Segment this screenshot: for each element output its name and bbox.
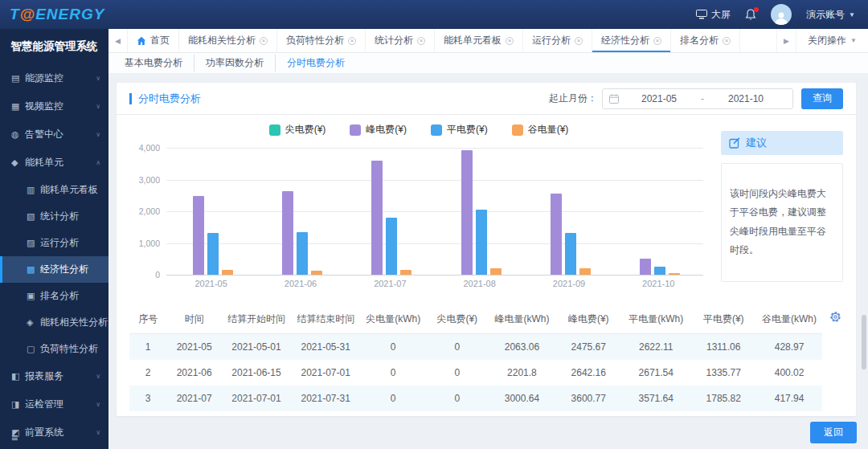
legend-item[interactable]: 尖电费(¥) <box>269 123 326 137</box>
tab-排名分析[interactable]: 排名分析× <box>671 29 740 52</box>
sidebar-item[interactable]: ◧报表服务∨ <box>0 362 108 390</box>
tab-能耗单元看板[interactable]: 能耗单元看板× <box>435 29 523 52</box>
sidebar-item[interactable]: ◍告警中心∨ <box>0 120 108 149</box>
table-settings-gear-icon[interactable] <box>829 311 841 323</box>
tab-close-icon[interactable]: × <box>723 37 731 45</box>
table-header: 尖电量(kWh) <box>360 305 426 334</box>
subtab-功率因数分析[interactable]: 功率因数分析 <box>194 55 275 71</box>
table-cell: 2021-07 <box>166 386 222 411</box>
sidebar-item[interactable]: ▧统计分析 <box>0 203 108 230</box>
energy-monitor-icon: ▤ <box>11 73 25 84</box>
sidebar-item-label: 能耗单元 <box>25 156 63 169</box>
date-start-value[interactable]: 2021-05 <box>619 93 699 104</box>
table-row[interactable]: 12021-052021-05-012021-05-31002063.06247… <box>129 334 822 361</box>
close-operations-menu[interactable]: 关闭操作 ▼ <box>796 29 868 52</box>
tab-close-icon[interactable]: × <box>575 37 583 45</box>
sidebar-item[interactable]: ▤能源监控∨ <box>0 64 108 92</box>
tab-label: 排名分析 <box>680 34 719 47</box>
back-button[interactable]: 返回 <box>810 422 857 443</box>
tab-home[interactable]: 首页 <box>128 29 179 52</box>
sidebar-item[interactable]: ▦视频监控∨ <box>0 92 108 120</box>
sidebar-menu: ▤能源监控∨▦视频监控∨◍告警中心∨◆能耗单元∧▥能耗单元看板▧统计分析▨运行分… <box>0 64 108 449</box>
sidebar-item[interactable]: ▢负荷特性分析 <box>0 336 108 362</box>
edit-icon <box>729 137 740 149</box>
tabbar: ◀ 首页 能耗相关性分析×负荷特性分析×统计分析×能耗单元看板×运行分析×经济性… <box>108 29 868 53</box>
table-cell: 0 <box>360 386 426 411</box>
report-service-icon: ◧ <box>11 371 25 382</box>
tabs-scroll-left-icon[interactable]: ◀ <box>108 29 128 52</box>
table-header: 谷电量(kWh) <box>756 305 822 334</box>
sidebar-item[interactable]: ◨运检管理∨ <box>0 390 108 418</box>
tab-label: 能耗相关性分析 <box>188 34 256 47</box>
statistics-icon: ▧ <box>27 211 40 222</box>
sidebar-item[interactable]: ▨运行分析 <box>0 230 108 256</box>
big-screen-button[interactable]: 大屏 <box>696 8 731 22</box>
table-cell: 2201.8 <box>488 360 555 386</box>
table-cell: 2021-08 <box>166 411 222 416</box>
tab-能耗相关性分析[interactable]: 能耗相关性分析× <box>179 29 277 52</box>
avatar[interactable] <box>771 4 792 25</box>
x-axis-label: 2021-08 <box>435 279 524 288</box>
sidebar-item[interactable]: ◆能耗单元∧ <box>0 149 108 177</box>
chevron-down-icon: ∨ <box>96 103 100 110</box>
sidebar-item[interactable]: ▣排名分析 <box>0 283 108 309</box>
chevron-down-icon: ∨ <box>96 373 100 380</box>
alarm-center-icon: ◍ <box>11 129 25 140</box>
tab-close-icon[interactable]: × <box>653 37 661 45</box>
tab-运行分析[interactable]: 运行分析× <box>523 29 592 52</box>
tab-close-icon[interactable]: × <box>417 37 425 45</box>
sidebar: 智慧能源管理系统 ▤能源监控∨▦视频监控∨◍告警中心∨◆能耗单元∧▥能耗单元看板… <box>0 29 108 449</box>
notification-badge <box>754 7 759 12</box>
menu-collapse-icon[interactable]: ≡ <box>11 431 18 444</box>
table-header: 时间 <box>166 305 222 334</box>
table-row[interactable]: 42021-082021-08-012021-08-31003275.53393… <box>129 411 822 416</box>
tab-close-icon[interactable]: × <box>506 37 514 45</box>
tabs-scroll-right-icon[interactable]: ▶ <box>776 29 796 52</box>
subtab-基本电费分析[interactable]: 基本电费分析 <box>113 55 194 71</box>
table-header: 序号 <box>129 305 166 334</box>
account-menu[interactable]: 演示账号 ▼ <box>806 8 855 22</box>
table-row[interactable]: 22021-062021-06-152021-07-01002201.82642… <box>129 360 822 386</box>
table-cell: 1785.82 <box>690 386 756 411</box>
x-axis-label: 2021-09 <box>524 279 613 288</box>
sidebar-item[interactable]: ◈能耗相关性分析 <box>0 309 108 336</box>
legend-item[interactable]: 谷电量(¥) <box>512 123 569 137</box>
data-table: 序号时间结算开始时间结算结束时间尖电量(kWh)尖电费(¥)峰电量(kWh)峰电… <box>129 305 822 416</box>
suggestion-title: 建议 <box>746 136 767 150</box>
legend-swatch <box>350 124 361 136</box>
sidebar-item[interactable]: ▥能耗单元看板 <box>0 177 108 203</box>
tab-close-icon[interactable]: × <box>260 37 268 45</box>
bar-groups: 2021-052021-062021-072021-082021-092021-… <box>166 148 703 275</box>
bar-group: 2021-08 <box>435 148 524 275</box>
correlation-icon: ◈ <box>27 317 40 328</box>
bar-group: 2021-07 <box>346 148 435 275</box>
notifications-button[interactable] <box>745 9 756 21</box>
table-cell: 428.97 <box>756 334 822 361</box>
operation-icon: ▨ <box>27 238 40 248</box>
page-scrollbar[interactable] <box>862 315 866 369</box>
tab-负荷特性分析[interactable]: 负荷特性分析× <box>277 29 366 52</box>
sidebar-item[interactable]: ▩经济性分析 <box>0 256 108 283</box>
tab-close-icon[interactable]: × <box>348 37 356 45</box>
bar <box>654 267 665 275</box>
table-row[interactable]: 32021-072021-07-012021-07-31003000.64360… <box>129 386 822 411</box>
tab-统计分析[interactable]: 统计分析× <box>366 29 435 52</box>
table-cell: 2047.56 <box>690 411 756 416</box>
y-axis-tick: 0 <box>155 270 160 280</box>
chevron-up-icon: ∧ <box>96 159 100 166</box>
table-cell: 0 <box>426 360 488 386</box>
table-header: 峰电费(¥) <box>555 305 621 334</box>
query-button[interactable]: 查询 <box>801 88 843 109</box>
bar <box>371 161 383 275</box>
bar <box>461 150 473 275</box>
chevron-down-icon: ▼ <box>850 37 857 44</box>
table-cell: 2021-08-31 <box>291 411 360 416</box>
legend-item[interactable]: 峰电费(¥) <box>350 123 407 137</box>
legend-item[interactable]: 平电费(¥) <box>431 123 488 137</box>
tab-经济性分析[interactable]: 经济性分析× <box>592 29 671 52</box>
suggestion-panel: 建议 该时间段内尖峰电费大于平谷电费，建议调整尖峰时段用电量至平谷时段。 <box>721 131 843 294</box>
data-table-wrap: 序号时间结算开始时间结算结束时间尖电量(kWh)尖电费(¥)峰电量(kWh)峰电… <box>129 305 843 416</box>
date-range-input[interactable]: 2021-05 - 2021-10 <box>602 88 793 109</box>
date-end-value[interactable]: 2021-10 <box>706 93 786 104</box>
subtab-分时电费分析[interactable]: 分时电费分析 <box>275 55 356 71</box>
